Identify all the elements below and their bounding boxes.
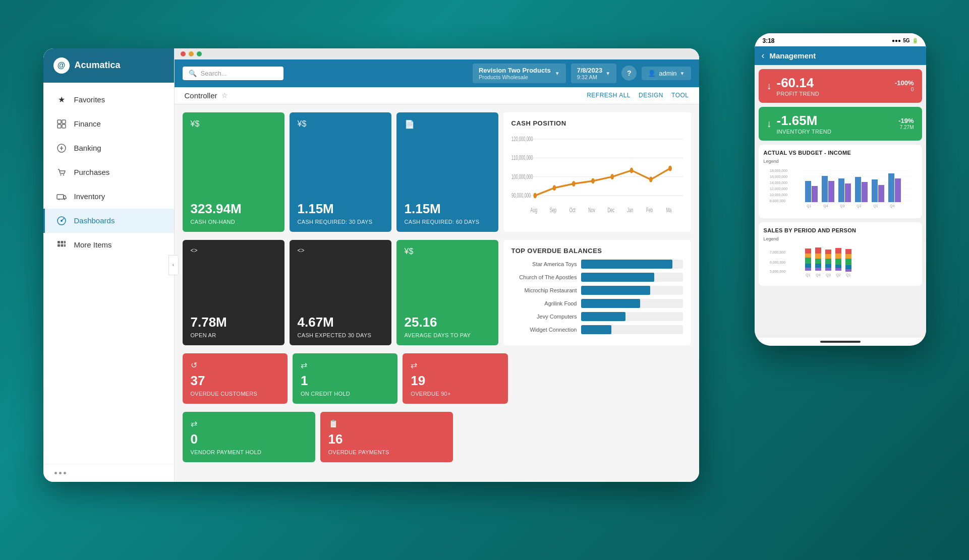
bar-item-0: Star America Toys [511, 260, 683, 269]
profit-sub: 0 [895, 87, 914, 92]
metric-vendor-hold[interactable]: ⇄ 0 VENDOR PAYMENT HOLD [183, 412, 315, 462]
sidebar-dots [54, 472, 163, 474]
svg-text:Q1: Q1 [846, 273, 850, 277]
user-name: admin [659, 70, 676, 77]
inventory-label: INVENTORY TREND [777, 129, 832, 135]
bar-track [581, 286, 683, 295]
svg-rect-7 [57, 195, 64, 199]
svg-text:7,000,000: 7,000,000 [770, 251, 785, 254]
svg-rect-79 [815, 259, 821, 264]
svg-point-9 [64, 199, 65, 200]
sidebar-item-favorites[interactable]: ★ Favorites [43, 88, 174, 112]
bar-label: Jevy Computers [511, 314, 577, 320]
metric-credit-hold[interactable]: ⇄ 1 ON CREDIT HOLD [293, 353, 397, 404]
sidebar-item-finance[interactable]: Finance [43, 112, 174, 136]
page-title: Controller [185, 91, 217, 100]
vendor-hold-value: 0 [191, 431, 307, 447]
svg-rect-1 [62, 120, 66, 123]
vendor-hold-icon: ⇄ [191, 419, 197, 428]
overdue-90-value: 19 [411, 373, 499, 389]
svg-text:10,000,000: 10,000,000 [770, 193, 787, 197]
help-button[interactable]: ? [621, 66, 637, 81]
search-box[interactable]: 🔍 Search... [183, 67, 283, 80]
mobile-back-button[interactable]: ‹ [762, 50, 765, 61]
sidebar-logo: @ Acumatica [43, 48, 174, 83]
sidebar-item-more[interactable]: More Items [43, 233, 174, 257]
user-button[interactable]: 👤 admin ▼ [642, 67, 691, 80]
sidebar-item-inventory[interactable]: Inventory [43, 184, 174, 209]
cash-30-value: 1.15M [298, 201, 383, 217]
metric-overdue-payments[interactable]: 📋 16 OVERDUE PAYMENTS [320, 412, 453, 462]
metric-avg-days[interactable]: ¥$ 25.16 AVERAGE DAYS TO PAY [396, 240, 498, 345]
overdue-balances-chart: TOP OVERDUE BALANCES Star America Toys C… [503, 240, 691, 345]
profit-percent: -100% [895, 79, 914, 87]
bar-fill [581, 260, 673, 269]
svg-rect-65 [895, 178, 901, 202]
svg-text:Q2: Q2 [836, 273, 840, 277]
metric-open-ar[interactable]: <> 7.78M OPEN AR [183, 240, 284, 345]
bar-item-2: Microchip Restaurant [511, 286, 683, 295]
date-chevron: ▼ [605, 71, 610, 76]
bar-track [581, 260, 683, 269]
design-button[interactable]: DESIGN [639, 92, 663, 99]
favorites-icon: ★ [56, 94, 67, 105]
svg-text:110,000,000: 110,000,000 [511, 154, 533, 161]
sidebar-collapse-button[interactable]: ‹ [168, 255, 179, 275]
cash-expected-label: CASH EXPECTED 30 DAYS [298, 332, 383, 338]
svg-rect-17 [64, 244, 66, 246]
svg-rect-85 [825, 264, 831, 268]
date-value: 7/8/2023 [577, 67, 603, 74]
mobile-panel: 3:18 ●●● 5G 🔋 ‹ Management ↓ -60.14 PROF… [755, 33, 926, 346]
cash-30-icon: ¥$ [298, 119, 307, 129]
sidebar: @ Acumatica ★ Favorites Finance [43, 48, 175, 482]
bar-item-5: Widget Connection [511, 325, 683, 334]
sidebar-item-banking[interactable]: Banking [43, 136, 174, 160]
bar-item-1: Church of The Apostles [511, 273, 683, 282]
overdue-bars: Star America Toys Church of The Apostles [511, 260, 683, 334]
svg-text:Oct: Oct [569, 207, 575, 213]
bar-item-4: Jevy Computers [511, 312, 683, 321]
svg-text:18,000,000: 18,000,000 [770, 169, 787, 172]
metric-overdue-customers[interactable]: ↺ 37 OVERDUE CUSTOMERS [183, 353, 288, 404]
metric-cash-60[interactable]: 📄 1.15M CASH REQUIRED: 60 DAYS [396, 112, 498, 232]
mobile-inventory-trend[interactable]: ↓ -1.65M INVENTORY TREND -19% 7.27M [759, 107, 922, 141]
top-bar: 🔍 Search... Revision Two Products Produc… [175, 59, 699, 87]
income-chart-title: ACTUAL VS BUDGET - INCOME [764, 150, 917, 156]
credit-hold-label: ON CREDIT HOLD [301, 391, 389, 397]
favorite-star-icon[interactable]: ☆ [221, 91, 228, 99]
company-selector[interactable]: Revision Two Products Products Wholesale… [473, 64, 566, 83]
page-header: Controller ☆ REFRESH ALL DESIGN TOOL [175, 87, 699, 104]
svg-text:Feb: Feb [646, 207, 653, 213]
refresh-all-button[interactable]: REFRESH ALL [587, 92, 631, 99]
date-selector[interactable]: 7/8/2023 9:32 AM ▼ [571, 64, 617, 83]
cash-expected-icon: <> [298, 247, 305, 254]
inventory-sub: 7.27M [898, 125, 914, 130]
overdue-90-label: OVERDUE 90+ [411, 391, 499, 397]
metric-cash-on-hand[interactable]: ¥$ 323.94M CASH ON-HAND [183, 112, 284, 232]
metrics-row-4: ⇄ 0 VENDOR PAYMENT HOLD 📋 16 [183, 412, 691, 462]
metric-cash-30[interactable]: ¥$ 1.15M CASH REQUIRED: 30 DAYS [290, 112, 391, 232]
avg-days-label: AVERAGE DAYS TO PAY [405, 332, 490, 338]
bar-fill [581, 286, 650, 295]
search-icon: 🔍 [189, 70, 197, 77]
svg-rect-2 [58, 125, 61, 128]
svg-text:Q1: Q1 [873, 204, 878, 208]
avg-days-icon: ¥$ [405, 247, 414, 256]
svg-rect-16 [61, 244, 63, 246]
bar-track [581, 299, 683, 308]
dashboard-body: ¥$ 323.94M CASH ON-HAND ¥$ 1.15M [175, 104, 699, 482]
purchases-icon [56, 167, 67, 178]
mobile-status-bar: 3:18 ●●● 5G 🔋 [755, 33, 926, 46]
mobile-profit-trend[interactable]: ↓ -60.14 PROFIT TREND -100% 0 [759, 69, 922, 103]
metric-cash-expected[interactable]: <> 4.67M CASH EXPECTED 30 DAYS [290, 240, 391, 345]
svg-text:Q4: Q4 [816, 273, 820, 277]
svg-rect-54 [805, 181, 811, 202]
svg-rect-88 [835, 254, 841, 259]
sidebar-item-dashboards[interactable]: Dashboards [43, 209, 174, 233]
tool-button[interactable]: TOOL [671, 92, 689, 99]
svg-text:Jan: Jan [627, 207, 634, 213]
sidebar-item-purchases[interactable]: Purchases [43, 160, 174, 184]
mobile-sales-chart: SALES BY PERIOD AND PERSON Legend [759, 222, 922, 286]
metric-overdue-90[interactable]: ⇄ 19 OVERDUE 90+ [403, 353, 507, 404]
svg-point-6 [63, 174, 64, 175]
